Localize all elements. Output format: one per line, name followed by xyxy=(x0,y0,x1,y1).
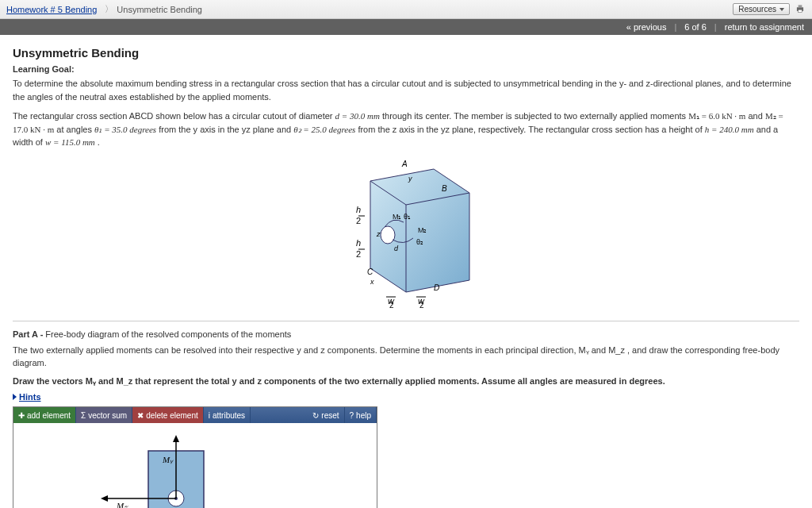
page-title: Unsymmetric Bending xyxy=(13,46,799,60)
svg-text:2: 2 xyxy=(356,249,361,259)
x-icon: ✖ xyxy=(137,411,144,420)
nav-return[interactable]: return to assignment xyxy=(725,22,804,32)
svg-text:C: C xyxy=(367,267,373,276)
part-a-text2: Draw the vectors Mᵧ and M_z that represe… xyxy=(13,375,799,388)
part-a-title: Part A - Free-body diagram of the resolv… xyxy=(13,329,799,339)
help-button[interactable]: ?help xyxy=(345,407,377,423)
chevron-right-icon: 〉 xyxy=(105,3,113,15)
print-icon[interactable] xyxy=(795,3,806,16)
breadcrumb-parent[interactable]: Homework # 5 Bending xyxy=(6,5,97,14)
learning-goal-label: Learning Goal: xyxy=(13,64,799,74)
vector-toolbar: ✚add element Σvector sum ✖delete element… xyxy=(13,407,377,423)
svg-text:2: 2 xyxy=(389,301,394,308)
delete-element-button[interactable]: ✖delete element xyxy=(132,407,204,423)
plus-icon: ✚ xyxy=(18,411,25,420)
svg-text:h: h xyxy=(356,238,361,248)
svg-text:2: 2 xyxy=(419,301,424,308)
vector-canvas[interactable]: Mᵧ M𝓏 xyxy=(13,423,377,508)
svg-rect-2 xyxy=(799,10,802,13)
nav-previous[interactable]: « previous xyxy=(626,22,667,32)
svg-text:A: A xyxy=(401,160,408,168)
learning-goal-text: To determine the absolute maximum bendin… xyxy=(13,77,799,103)
svg-point-7 xyxy=(381,226,395,244)
main-content: Unsymmetric Bending Learning Goal: To de… xyxy=(0,35,812,508)
resources-button[interactable]: Resources xyxy=(733,3,790,15)
add-element-button[interactable]: ✚add element xyxy=(13,407,76,423)
resources-label: Resources xyxy=(738,5,776,13)
nav-counter: 6 of 6 xyxy=(684,22,707,32)
svg-text:B: B xyxy=(442,184,447,193)
vector-tool: ✚add element Σvector sum ✖delete element… xyxy=(13,406,377,508)
nav-sep2: | xyxy=(714,22,717,32)
reset-button[interactable]: ↻reset xyxy=(308,407,344,423)
svg-text:z: z xyxy=(376,230,381,238)
svg-marker-37 xyxy=(101,495,108,502)
breadcrumb-current: Unsymmetric Bending xyxy=(117,5,202,14)
svg-text:M𝓏: M𝓏 xyxy=(116,501,128,508)
svg-text:h: h xyxy=(356,205,361,214)
vector-sum-button[interactable]: Σvector sum xyxy=(76,407,132,423)
top-bar: Homework # 5 Bending 〉 Unsymmetric Bendi… xyxy=(0,0,812,19)
nav-bar: « previous | 6 of 6 | return to assignme… xyxy=(0,19,812,35)
svg-text:2: 2 xyxy=(356,216,361,225)
svg-rect-1 xyxy=(799,5,802,7)
svg-text:M₂: M₂ xyxy=(418,226,427,234)
attributes-button[interactable]: iattributes xyxy=(204,407,251,423)
divider xyxy=(13,321,799,321)
caret-down-icon xyxy=(779,8,784,11)
svg-text:y: y xyxy=(408,175,412,183)
info-icon: i xyxy=(209,411,210,420)
svg-text:M₁ θ₁: M₁ θ₁ xyxy=(393,213,411,221)
triangle-right-icon xyxy=(13,394,17,400)
part-a-text1: The two externally applied moments can b… xyxy=(13,344,799,370)
help-icon: ? xyxy=(350,411,354,420)
reset-icon: ↻ xyxy=(312,411,319,420)
svg-text:D: D xyxy=(434,283,439,292)
cross-section-figure: A B C D y z x h 2 h 2 w 2 w 2 M₁ θ₁ M₂ θ… xyxy=(13,157,799,310)
svg-text:Mᵧ: Mᵧ xyxy=(162,455,174,464)
sigma-icon: Σ xyxy=(81,411,86,420)
nav-sep: | xyxy=(674,22,676,32)
svg-marker-35 xyxy=(173,435,179,442)
svg-text:θ₂: θ₂ xyxy=(416,238,423,246)
hints-toggle[interactable]: Hints xyxy=(13,392,41,402)
svg-text:x: x xyxy=(370,278,374,286)
problem-statement: The rectangular cross section ABCD shown… xyxy=(13,110,799,149)
